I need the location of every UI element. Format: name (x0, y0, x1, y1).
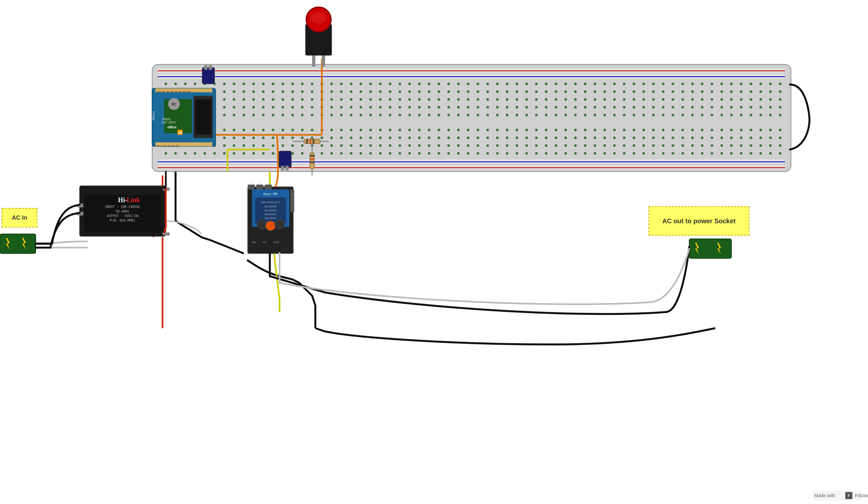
svg-point-377 (633, 129, 635, 131)
svg-point-310 (603, 114, 606, 116)
svg-point-441 (633, 136, 635, 139)
svg-point-23 (301, 83, 304, 85)
svg-point-497 (555, 144, 557, 147)
svg-point-245 (593, 106, 596, 108)
svg-point-169 (477, 98, 479, 101)
svg-point-648 (257, 219, 267, 229)
svg-point-133 (750, 90, 752, 93)
svg-point-368 (545, 129, 547, 131)
svg-point-384 (701, 129, 703, 131)
svg-point-11 (184, 83, 187, 85)
svg-point-61 (672, 83, 674, 85)
svg-point-126 (681, 90, 684, 93)
svg-point-356 (428, 129, 431, 131)
svg-point-248 (623, 106, 626, 108)
svg-point-49 (555, 83, 557, 85)
svg-point-583 (769, 152, 772, 155)
svg-rect-652 (256, 185, 263, 189)
svg-point-458 (174, 144, 177, 147)
ac-in-label: AC In (2, 208, 38, 228)
svg-point-589 (310, 12, 327, 24)
svg-point-433 (555, 136, 557, 139)
svg-point-467 (262, 144, 265, 147)
svg-point-515 (730, 144, 733, 147)
svg-point-472 (311, 144, 313, 147)
svg-point-26 (330, 83, 333, 85)
svg-point-315 (652, 114, 655, 116)
svg-point-584 (779, 152, 782, 155)
svg-point-94 (369, 90, 372, 93)
svg-point-470 (291, 144, 294, 147)
svg-rect-639 (248, 187, 293, 253)
svg-point-113 (555, 90, 557, 93)
svg-marker-667 (695, 243, 699, 254)
svg-point-296 (467, 114, 469, 116)
svg-point-350 (369, 129, 372, 131)
svg-point-391 (769, 129, 772, 131)
svg-rect-586 (322, 24, 325, 67)
svg-point-484 (428, 144, 431, 147)
svg-point-466 (252, 144, 255, 147)
svg-rect-613 (164, 99, 192, 133)
svg-point-292 (428, 114, 431, 116)
svg-point-498 (564, 144, 567, 147)
svg-point-242 (564, 106, 567, 108)
svg-point-327 (769, 114, 772, 116)
svg-point-397 (204, 136, 206, 139)
svg-point-465 (242, 144, 245, 147)
svg-point-127 (691, 90, 694, 93)
svg-point-140 (194, 98, 196, 101)
svg-point-69 (750, 83, 752, 85)
svg-point-234 (486, 106, 489, 108)
svg-point-312 (623, 114, 626, 116)
svg-point-217 (321, 106, 323, 108)
svg-point-549 (437, 152, 440, 155)
svg-point-482 (408, 144, 411, 147)
svg-point-400 (233, 136, 235, 139)
svg-point-417 (399, 136, 401, 139)
svg-point-571 (652, 152, 655, 155)
svg-point-553 (477, 152, 479, 155)
svg-point-649 (266, 221, 275, 231)
svg-point-510 (681, 144, 684, 147)
svg-point-80 (233, 90, 235, 93)
svg-point-267 (184, 114, 187, 116)
svg-point-98 (408, 90, 411, 93)
svg-point-207 (223, 106, 226, 108)
svg-point-398 (213, 136, 216, 139)
svg-point-462 (213, 144, 216, 147)
svg-point-201 (165, 106, 167, 108)
svg-point-43 (496, 83, 499, 85)
svg-point-77 (204, 90, 206, 93)
svg-point-74 (174, 90, 177, 93)
svg-point-160 (389, 98, 391, 101)
svg-point-192 (701, 98, 703, 101)
svg-point-204 (194, 106, 196, 108)
svg-point-264 (779, 106, 782, 108)
svg-point-30 (369, 83, 372, 85)
svg-point-176 (545, 98, 547, 101)
svg-point-339 (262, 129, 265, 131)
svg-point-423 (457, 136, 460, 139)
svg-point-337 (242, 129, 245, 131)
svg-point-389 (750, 129, 752, 131)
svg-rect-608 (152, 88, 216, 146)
svg-point-239 (535, 106, 538, 108)
svg-point-522 (174, 152, 177, 155)
svg-point-278 (291, 114, 294, 116)
svg-point-305 (555, 114, 557, 116)
svg-point-249 (633, 106, 635, 108)
svg-point-533 (281, 152, 284, 155)
svg-point-81 (242, 90, 245, 93)
svg-point-551 (457, 152, 460, 155)
svg-point-289 (399, 114, 401, 116)
svg-marker-664 (6, 238, 10, 250)
svg-text:📶: 📶 (177, 130, 183, 135)
svg-point-164 (428, 98, 431, 101)
svg-rect-653 (265, 185, 272, 189)
svg-point-486 (447, 144, 450, 147)
svg-point-64 (701, 83, 703, 85)
svg-point-18 (252, 83, 255, 85)
svg-text:Hi-: Hi- (118, 196, 127, 203)
svg-point-559 (535, 152, 538, 155)
